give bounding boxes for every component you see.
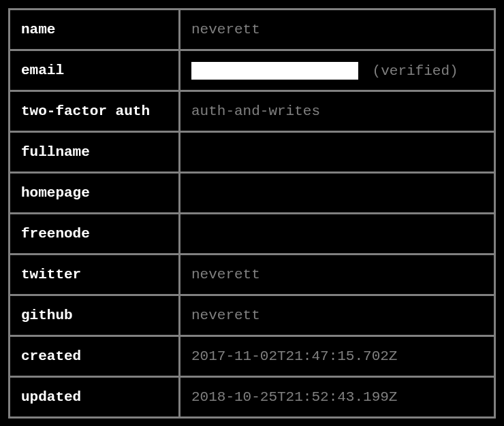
table-row: freenode bbox=[10, 214, 495, 255]
row-label-fullname: fullname bbox=[10, 132, 180, 173]
row-label-github: github bbox=[10, 295, 180, 336]
row-value-updated: 2018-10-25T21:52:43.199Z bbox=[180, 377, 495, 418]
profile-table-body: name neverett email (verified) two-facto… bbox=[10, 10, 495, 418]
row-value-homepage bbox=[180, 173, 495, 214]
table-row: fullname bbox=[10, 132, 495, 173]
table-row: homepage bbox=[10, 173, 495, 214]
table-row: created 2017-11-02T21:47:15.702Z bbox=[10, 336, 495, 377]
row-value-created: 2017-11-02T21:47:15.702Z bbox=[180, 336, 495, 377]
row-value-email: (verified) bbox=[180, 50, 495, 91]
row-value-github: neverett bbox=[180, 295, 495, 336]
row-label-name: name bbox=[10, 10, 180, 50]
table-row: name neverett bbox=[10, 10, 495, 50]
row-value-name: neverett bbox=[180, 10, 495, 50]
row-label-homepage: homepage bbox=[10, 173, 180, 214]
redacted-email-icon bbox=[191, 62, 358, 80]
table-row: github neverett bbox=[10, 295, 495, 336]
row-label-updated: updated bbox=[10, 377, 180, 418]
row-label-freenode: freenode bbox=[10, 214, 180, 255]
row-value-freenode bbox=[180, 214, 495, 255]
row-value-fullname bbox=[180, 132, 495, 173]
row-label-twofactor: two-factor auth bbox=[10, 91, 180, 132]
row-value-twofactor: auth-and-writes bbox=[180, 91, 495, 132]
row-label-email: email bbox=[10, 50, 180, 91]
table-row: email (verified) bbox=[10, 50, 495, 91]
table-row: two-factor auth auth-and-writes bbox=[10, 91, 495, 132]
table-row: twitter neverett bbox=[10, 255, 495, 295]
row-value-twitter: neverett bbox=[180, 255, 495, 295]
table-row: updated 2018-10-25T21:52:43.199Z bbox=[10, 377, 495, 418]
row-label-twitter: twitter bbox=[10, 255, 180, 295]
row-label-created: created bbox=[10, 336, 180, 377]
email-verified-suffix: (verified) bbox=[373, 63, 458, 78]
profile-table: name neverett email (verified) two-facto… bbox=[8, 8, 496, 419]
